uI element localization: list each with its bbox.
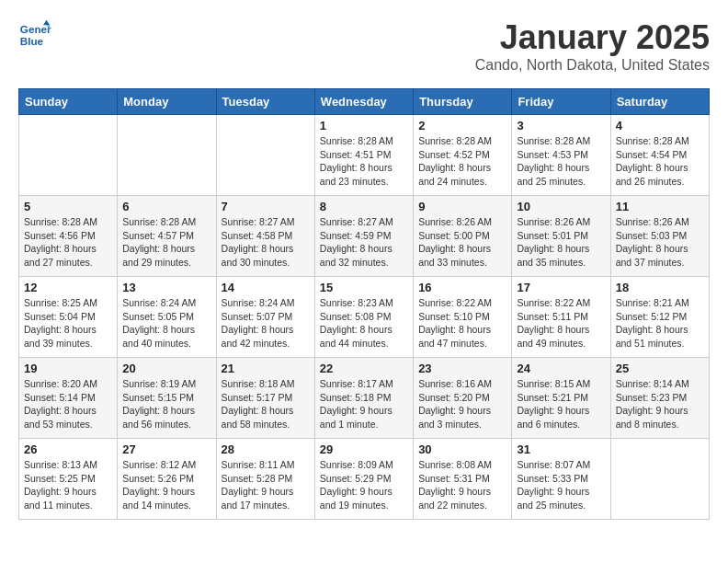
calendar-cell: 4Sunrise: 8:28 AM Sunset: 4:54 PM Daylig… — [610, 115, 709, 196]
calendar-cell: 17Sunrise: 8:22 AM Sunset: 5:11 PM Dayli… — [512, 277, 610, 358]
weekday-header: Wednesday — [314, 89, 413, 115]
day-info: Sunrise: 8:28 AM Sunset: 4:57 PM Dayligh… — [122, 215, 210, 270]
day-info: Sunrise: 8:08 AM Sunset: 5:31 PM Dayligh… — [418, 458, 506, 512]
calendar-cell: 30Sunrise: 8:08 AM Sunset: 5:31 PM Dayli… — [414, 439, 512, 520]
day-number: 16 — [418, 281, 506, 294]
calendar-cell: 28Sunrise: 8:11 AM Sunset: 5:28 PM Dayli… — [216, 439, 314, 520]
calendar-cell: 19Sunrise: 8:20 AM Sunset: 5:14 PM Dayli… — [19, 358, 118, 439]
calendar-cell: 9Sunrise: 8:26 AM Sunset: 5:00 PM Daylig… — [414, 196, 512, 277]
day-info: Sunrise: 8:28 AM Sunset: 4:54 PM Dayligh… — [616, 134, 704, 189]
day-info: Sunrise: 8:22 AM Sunset: 5:10 PM Dayligh… — [418, 296, 506, 350]
day-number: 25 — [616, 362, 704, 375]
day-number: 19 — [24, 362, 112, 375]
day-number: 28 — [222, 442, 310, 456]
calendar-cell: 3Sunrise: 8:28 AM Sunset: 4:53 PM Daylig… — [512, 115, 610, 196]
day-number: 13 — [122, 281, 210, 294]
calendar-cell: 11Sunrise: 8:26 AM Sunset: 5:03 PM Dayli… — [610, 196, 709, 277]
svg-text:Blue: Blue — [20, 35, 44, 47]
day-info: Sunrise: 8:16 AM Sunset: 5:20 PM Dayligh… — [418, 377, 506, 431]
day-number: 4 — [616, 119, 704, 132]
day-number: 5 — [24, 200, 112, 213]
day-info: Sunrise: 8:20 AM Sunset: 5:14 PM Dayligh… — [24, 377, 112, 431]
calendar-week-row: 12Sunrise: 8:25 AM Sunset: 5:04 PM Dayli… — [19, 277, 710, 358]
day-info: Sunrise: 8:12 AM Sunset: 5:26 PM Dayligh… — [122, 458, 210, 512]
day-number: 10 — [517, 200, 605, 213]
weekday-header: Thursday — [414, 89, 512, 115]
calendar-week-row: 26Sunrise: 8:13 AM Sunset: 5:25 PM Dayli… — [19, 439, 710, 520]
day-info: Sunrise: 8:25 AM Sunset: 5:04 PM Dayligh… — [24, 296, 112, 350]
calendar-cell — [216, 115, 314, 196]
calendar-cell: 12Sunrise: 8:25 AM Sunset: 5:04 PM Dayli… — [19, 277, 118, 358]
day-number: 9 — [418, 200, 506, 213]
day-number: 17 — [517, 281, 605, 294]
calendar-week-row: 5Sunrise: 8:28 AM Sunset: 4:56 PM Daylig… — [19, 196, 710, 277]
day-info: Sunrise: 8:23 AM Sunset: 5:08 PM Dayligh… — [320, 296, 408, 350]
day-number: 30 — [418, 442, 506, 456]
logo: General Blue — [18, 18, 51, 52]
weekday-header: Saturday — [610, 89, 709, 115]
day-number: 26 — [24, 442, 112, 456]
calendar-week-row: 1Sunrise: 8:28 AM Sunset: 4:51 PM Daylig… — [19, 115, 710, 196]
day-number: 11 — [616, 200, 704, 213]
calendar-cell: 5Sunrise: 8:28 AM Sunset: 4:56 PM Daylig… — [19, 196, 118, 277]
weekday-header-row: SundayMondayTuesdayWednesdayThursdayFrid… — [19, 89, 710, 115]
calendar-week-row: 19Sunrise: 8:20 AM Sunset: 5:14 PM Dayli… — [19, 358, 710, 439]
day-info: Sunrise: 8:18 AM Sunset: 5:17 PM Dayligh… — [222, 377, 310, 431]
day-number: 22 — [320, 362, 408, 375]
day-number: 2 — [418, 119, 506, 132]
calendar-cell: 10Sunrise: 8:26 AM Sunset: 5:01 PM Dayli… — [512, 196, 610, 277]
day-number: 12 — [24, 281, 112, 294]
calendar-cell: 18Sunrise: 8:21 AM Sunset: 5:12 PM Dayli… — [610, 277, 709, 358]
calendar-cell: 20Sunrise: 8:19 AM Sunset: 5:15 PM Dayli… — [118, 358, 216, 439]
day-info: Sunrise: 8:21 AM Sunset: 5:12 PM Dayligh… — [616, 296, 704, 350]
calendar-cell: 21Sunrise: 8:18 AM Sunset: 5:17 PM Dayli… — [216, 358, 314, 439]
day-number: 6 — [122, 200, 210, 213]
title-block: January 2025 Cando, North Dakota, United… — [475, 18, 710, 74]
calendar-cell — [19, 115, 118, 196]
weekday-header: Friday — [512, 89, 610, 115]
day-info: Sunrise: 8:26 AM Sunset: 5:00 PM Dayligh… — [418, 215, 506, 270]
calendar-cell: 24Sunrise: 8:15 AM Sunset: 5:21 PM Dayli… — [512, 358, 610, 439]
calendar-cell: 23Sunrise: 8:16 AM Sunset: 5:20 PM Dayli… — [414, 358, 512, 439]
weekday-header: Sunday — [19, 89, 118, 115]
day-info: Sunrise: 8:28 AM Sunset: 4:51 PM Dayligh… — [320, 134, 408, 189]
day-number: 23 — [418, 362, 506, 375]
day-info: Sunrise: 8:28 AM Sunset: 4:56 PM Dayligh… — [24, 215, 112, 270]
day-number: 20 — [122, 362, 210, 375]
day-number: 15 — [320, 281, 408, 294]
weekday-header: Monday — [118, 89, 216, 115]
day-info: Sunrise: 8:27 AM Sunset: 4:58 PM Dayligh… — [222, 215, 310, 270]
day-info: Sunrise: 8:27 AM Sunset: 4:59 PM Dayligh… — [320, 215, 408, 270]
day-number: 24 — [517, 362, 605, 375]
day-info: Sunrise: 8:28 AM Sunset: 4:53 PM Dayligh… — [517, 134, 605, 189]
day-info: Sunrise: 8:24 AM Sunset: 5:05 PM Dayligh… — [122, 296, 210, 350]
calendar-cell: 26Sunrise: 8:13 AM Sunset: 5:25 PM Dayli… — [19, 439, 118, 520]
day-info: Sunrise: 8:26 AM Sunset: 5:03 PM Dayligh… — [616, 215, 704, 270]
day-number: 29 — [320, 442, 408, 456]
day-number: 7 — [222, 200, 310, 213]
calendar-table: SundayMondayTuesdayWednesdayThursdayFrid… — [18, 88, 710, 520]
day-info: Sunrise: 8:28 AM Sunset: 4:52 PM Dayligh… — [418, 134, 506, 189]
calendar-cell — [610, 439, 709, 520]
day-info: Sunrise: 8:26 AM Sunset: 5:01 PM Dayligh… — [517, 215, 605, 270]
day-info: Sunrise: 8:24 AM Sunset: 5:07 PM Dayligh… — [222, 296, 310, 350]
day-info: Sunrise: 8:11 AM Sunset: 5:28 PM Dayligh… — [222, 458, 310, 512]
weekday-header: Tuesday — [216, 89, 314, 115]
day-number: 8 — [320, 200, 408, 213]
day-number: 18 — [616, 281, 704, 294]
calendar-cell: 27Sunrise: 8:12 AM Sunset: 5:26 PM Dayli… — [118, 439, 216, 520]
day-info: Sunrise: 8:09 AM Sunset: 5:29 PM Dayligh… — [320, 458, 408, 512]
calendar-cell: 1Sunrise: 8:28 AM Sunset: 4:51 PM Daylig… — [314, 115, 413, 196]
day-number: 27 — [122, 442, 210, 456]
calendar-cell: 22Sunrise: 8:17 AM Sunset: 5:18 PM Dayli… — [314, 358, 413, 439]
calendar-cell: 7Sunrise: 8:27 AM Sunset: 4:58 PM Daylig… — [216, 196, 314, 277]
calendar-cell — [118, 115, 216, 196]
calendar-cell: 29Sunrise: 8:09 AM Sunset: 5:29 PM Dayli… — [314, 439, 413, 520]
day-info: Sunrise: 8:15 AM Sunset: 5:21 PM Dayligh… — [517, 377, 605, 431]
day-info: Sunrise: 8:19 AM Sunset: 5:15 PM Dayligh… — [122, 377, 210, 431]
calendar-title: January 2025 — [475, 18, 710, 57]
day-number: 31 — [517, 442, 605, 456]
day-info: Sunrise: 8:14 AM Sunset: 5:23 PM Dayligh… — [616, 377, 704, 431]
day-number: 21 — [222, 362, 310, 375]
calendar-cell: 6Sunrise: 8:28 AM Sunset: 4:57 PM Daylig… — [118, 196, 216, 277]
